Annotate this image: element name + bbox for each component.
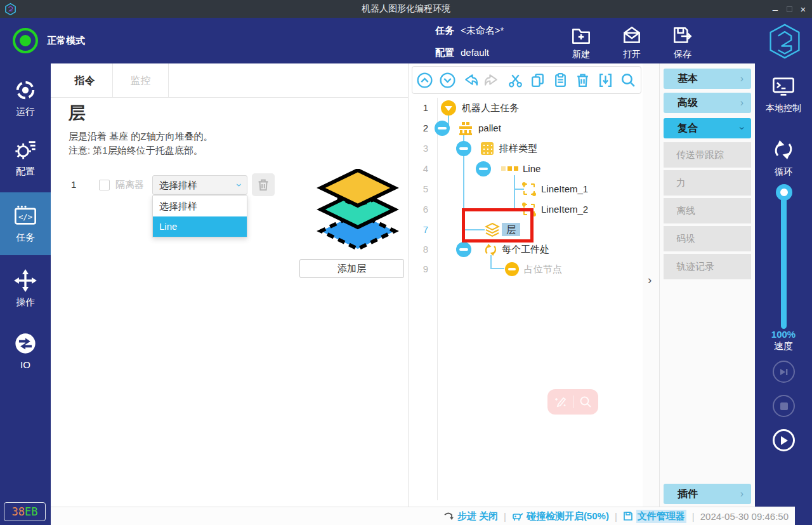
- insert-icon: [597, 72, 614, 89]
- stop-icon: [780, 402, 788, 410]
- sidebar-item-task[interactable]: </> 任务: [0, 192, 51, 255]
- placeholder-node-icon: [505, 262, 519, 276]
- pattern-dropdown[interactable]: 选择排样 ›: [152, 175, 247, 195]
- command-force[interactable]: 力: [664, 170, 751, 196]
- sidebar-item-operate[interactable]: 操作: [0, 259, 51, 317]
- category-composite[interactable]: 复合 ›: [664, 118, 751, 138]
- close-button[interactable]: ×: [796, 0, 811, 18]
- tree-row-main-task[interactable]: 1 机器人主任务: [409, 98, 643, 118]
- task-code-icon: </>: [13, 204, 37, 228]
- stop-button[interactable]: [773, 395, 795, 417]
- mode-label: 正常模式: [47, 35, 85, 47]
- speed-label: 速度: [755, 340, 812, 352]
- collision-status[interactable]: 碰撞检测开启(50%): [512, 510, 609, 522]
- tab-instruction[interactable]: 指令: [57, 63, 113, 98]
- step-mode-status[interactable]: 步进 关闭: [443, 510, 498, 522]
- program-tree-panel: 1 机器人主任务 2 pallet 3 排样类型 4 Line 5 LineIt…: [408, 63, 643, 507]
- search-icon: [579, 395, 593, 409]
- local-control-icon[interactable]: [771, 75, 796, 99]
- save-button[interactable]: 保存: [663, 22, 702, 61]
- status-bar: 步进 关闭 | 碰撞检测开启(50%) | 文件管理器 | 2024-05-30…: [51, 507, 795, 525]
- layers-illustration: [312, 169, 404, 255]
- tree-row-line[interactable]: 4 Line: [409, 159, 643, 179]
- category-plugin[interactable]: 插件 ›: [664, 484, 751, 504]
- tree-row-pallet[interactable]: 2 pallet: [409, 118, 643, 138]
- tree-row-lineitem-1[interactable]: 5 LineItem_1: [409, 179, 643, 199]
- collapse-toggle-icon[interactable]: [435, 121, 450, 136]
- chevron-down-icon: ›: [736, 126, 747, 130]
- open-button[interactable]: 打开: [612, 22, 652, 61]
- delete-button[interactable]: [574, 71, 592, 89]
- step-forward-button[interactable]: [773, 361, 795, 383]
- add-layer-button[interactable]: 添加层: [299, 259, 404, 278]
- delete-layer-button[interactable]: [252, 173, 275, 196]
- speed-slider-handle[interactable]: [776, 184, 792, 201]
- dropdown-option-line[interactable]: Line: [153, 216, 247, 237]
- layer-row-index: 1: [71, 179, 76, 190]
- chevron-down-icon: ›: [230, 183, 249, 187]
- tree-toolbar: [412, 66, 641, 94]
- command-offline[interactable]: 离线: [664, 198, 751, 223]
- left-sidebar: 运行 配置 </> 任务 操作 IO: [0, 63, 51, 525]
- command-palletize[interactable]: 码垛: [664, 226, 751, 251]
- minimize-button[interactable]: –: [768, 0, 783, 18]
- cut-button[interactable]: [506, 71, 524, 89]
- paste-button[interactable]: [552, 71, 570, 89]
- sidebar-item-config[interactable]: 配置: [0, 128, 51, 187]
- file-manager-status[interactable]: 文件管理器: [623, 510, 686, 523]
- redo-icon: [484, 72, 501, 89]
- tab-monitor[interactable]: 监控: [113, 63, 169, 98]
- dropdown-option-placeholder[interactable]: 选择排样: [153, 196, 247, 216]
- tree-row-placeholder[interactable]: 9 占位节点: [409, 259, 643, 279]
- task-value: <未命名>*: [461, 25, 504, 36]
- pallet-icon: [457, 121, 475, 136]
- command-conveyor-tracking[interactable]: 传送带跟踪: [664, 142, 751, 168]
- speed-slider-track[interactable]: [781, 192, 787, 329]
- file-manager-icon: [623, 511, 633, 521]
- step-forward-icon: [779, 368, 789, 376]
- loop-icon[interactable]: [772, 138, 795, 161]
- line-item-icon: [523, 183, 535, 195]
- trash-icon: [574, 72, 591, 89]
- local-control-label: 本地控制: [755, 103, 812, 114]
- move-up-button[interactable]: [416, 71, 434, 89]
- separator: |: [615, 511, 617, 522]
- step-arrow-icon: [443, 511, 454, 521]
- separator-label: 隔离器: [115, 179, 144, 191]
- line-pattern-icon: [501, 166, 518, 171]
- category-basic[interactable]: 基本 ›: [664, 69, 751, 89]
- title-bar: 机器人图形化编程环境 – ×: [0, 0, 812, 18]
- search-button[interactable]: [619, 71, 637, 89]
- collapse-toggle-icon[interactable]: [456, 141, 471, 156]
- sidebar-item-run[interactable]: 运行: [0, 69, 51, 127]
- insert-button[interactable]: [597, 71, 615, 89]
- collapse-toggle-icon[interactable]: [476, 161, 491, 176]
- assistant-pill[interactable]: [547, 389, 598, 415]
- magic-pencil-icon: [554, 395, 568, 409]
- separator: |: [692, 511, 695, 522]
- play-button[interactable]: [773, 429, 795, 451]
- undo-icon: [461, 72, 478, 89]
- instruction-panel: 指令 监控 层 层是沿着 基座 的Z轴方向堆叠的。 注意: 第1层始终位于托盘底…: [51, 63, 408, 507]
- sidebar-item-io[interactable]: IO: [0, 321, 51, 380]
- undo-button[interactable]: [461, 71, 479, 89]
- redo-button[interactable]: [484, 71, 502, 89]
- separator-checkbox[interactable]: [99, 180, 110, 190]
- collapse-toggle-icon[interactable]: [441, 100, 456, 116]
- panel-collapse-strip[interactable]: ›: [643, 63, 660, 507]
- annotation-red-box: [462, 208, 534, 243]
- collapse-toggle-icon[interactable]: [456, 242, 471, 257]
- move-down-button[interactable]: [439, 71, 457, 89]
- tree-row-pattern-type[interactable]: 3 排样类型: [409, 138, 643, 159]
- maximize-button[interactable]: [782, 0, 797, 18]
- copy-button[interactable]: [529, 71, 547, 89]
- copy-icon: [529, 72, 546, 89]
- control-rail: 本地控制 循环 100% 速度: [755, 63, 812, 525]
- trash-icon: [256, 177, 271, 192]
- command-track-record[interactable]: 轨迹记录: [664, 254, 751, 279]
- separator: |: [504, 511, 506, 522]
- loop-label: 循环: [755, 166, 812, 178]
- category-advanced[interactable]: 高级 ›: [664, 93, 751, 113]
- new-button[interactable]: 新建: [561, 22, 601, 61]
- scissors-icon: [507, 72, 524, 89]
